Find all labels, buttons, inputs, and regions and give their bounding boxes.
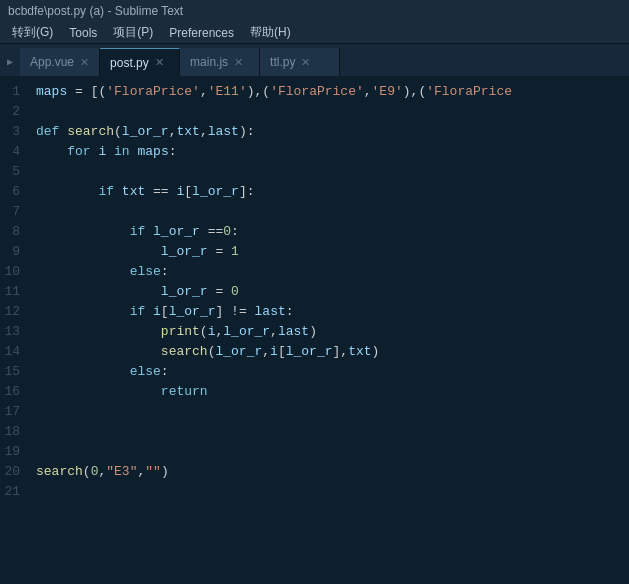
code-content[interactable]: maps = [('FloraPrice','E11'),('FloraPric…	[28, 76, 629, 584]
tab-postpy-close[interactable]: ✕	[155, 57, 164, 68]
tab-ttlpy-label: ttl.py	[270, 55, 295, 69]
tab-postpy-label: post.py	[110, 56, 149, 70]
tab-appvue-label: App.vue	[30, 55, 74, 69]
tab-ttlpy[interactable]: ttl.py ✕	[260, 48, 340, 76]
tab-mainjs-label: main.js	[190, 55, 228, 69]
menu-bar: 转到(G) Tools 项目(P) Preferences 帮助(H)	[0, 22, 629, 44]
tab-postpy[interactable]: post.py ✕	[100, 48, 180, 76]
tabs-bar: ▶ App.vue ✕ post.py ✕ main.js ✕ ttl.py ✕	[0, 44, 629, 76]
line-numbers: 1 2 3 4 5 6 7 8 9 10 11 12 13 14 15 16 1…	[0, 76, 28, 584]
menu-tools[interactable]: Tools	[61, 24, 105, 42]
menu-goto[interactable]: 转到(G)	[4, 22, 61, 43]
menu-preferences[interactable]: Preferences	[161, 24, 242, 42]
tab-mainjs-close[interactable]: ✕	[234, 57, 243, 68]
menu-project[interactable]: 项目(P)	[105, 22, 161, 43]
title-text: bcbdfe\post.py (a) - Sublime Text	[8, 4, 183, 18]
title-bar: bcbdfe\post.py (a) - Sublime Text	[0, 0, 629, 22]
tab-appvue-close[interactable]: ✕	[80, 57, 89, 68]
tab-arrow-left[interactable]: ▶	[0, 48, 20, 76]
menu-help[interactable]: 帮助(H)	[242, 22, 299, 43]
tab-mainjs[interactable]: main.js ✕	[180, 48, 260, 76]
tab-ttlpy-close[interactable]: ✕	[301, 57, 310, 68]
code-area[interactable]: 1 2 3 4 5 6 7 8 9 10 11 12 13 14 15 16 1…	[0, 76, 629, 584]
tab-appvue[interactable]: App.vue ✕	[20, 48, 100, 76]
